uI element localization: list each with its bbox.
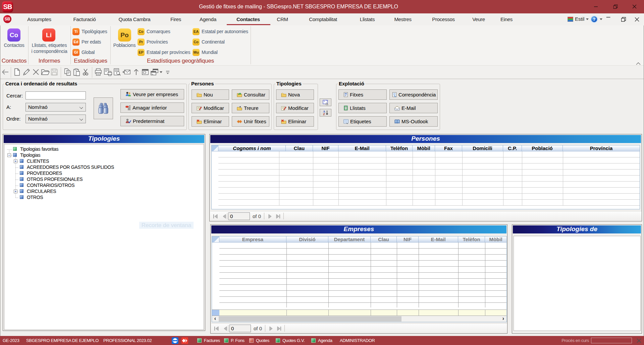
copy-button[interactable] [64,68,72,77]
menu-item-llistats[interactable]: Llistats [360,13,375,25]
persones-unir-button[interactable]: Unir fitxes [232,116,269,127]
empreses-col-empresa[interactable]: Empresa [219,236,286,243]
ribbon-button-poblacions[interactable]: Po [118,28,131,42]
open-button[interactable] [41,68,50,77]
tree-item-acreedores[interactable]: ACREEDORES POR GASTOS SUPLIDOS [20,164,114,170]
explotacio-outlook-button[interactable]: MS-Outlook [389,116,438,127]
tree-item-tipologias-favoritas[interactable]: Tipologias favoritas [13,146,58,152]
empreses-col-divisio[interactable]: Divisió [286,236,328,243]
empreses-hscrollbar[interactable]: ‹ › [212,316,506,322]
empreses-col-email[interactable]: E-Mail [419,236,458,243]
ribbon-collapse-button[interactable] [636,61,641,66]
menu-item-quota-cambra[interactable]: Quota Cambra [119,13,151,25]
empreses-col-mobil[interactable]: Mòbil [485,236,506,243]
cercar-input[interactable] [25,91,86,99]
empreses-row-selector-header[interactable] [212,236,219,243]
agenda-label[interactable]: Agenda [318,336,332,345]
back-button[interactable] [1,68,10,77]
persones-col-clau[interactable]: Clau [286,145,313,151]
tree-item-proveedores[interactable]: PROVEEDORES [20,170,62,177]
tree-item-tipologias[interactable]: Tipologias [13,152,40,158]
empreses-new-row[interactable] [212,309,506,316]
window-restore-button[interactable] [608,0,623,13]
factures-label[interactable]: Factures [204,336,220,345]
tipologies-eliminar-button[interactable]: Eliminar [276,116,314,127]
menu-item-eines[interactable]: Eines [500,13,513,25]
explotacio-llistats-button[interactable]: Llistats [338,103,387,113]
persones-col-cognoms[interactable]: Cognoms i nom [218,145,286,151]
quotes-gv-label[interactable]: Quotes G.V. [282,336,305,345]
tree-expander-collapse[interactable] [7,153,11,157]
cut-button[interactable] [82,68,90,77]
cascade-windows-button[interactable] [150,68,159,77]
tree-expander-expand[interactable] [14,159,17,163]
menu-item-fires[interactable]: Fires [170,13,181,25]
amagar-inferior-button[interactable]: Amagar inferior [120,102,184,113]
tree-item-clientes[interactable]: CLIENTES [20,158,49,164]
menu-item-facturacio[interactable]: Facturació [73,13,96,25]
a-combobox[interactable]: Nom/raó [25,103,86,112]
window-close-button[interactable] [627,0,642,13]
scroll-thumb[interactable] [219,316,401,322]
tree-item-otros-profesionales[interactable]: OTROS PROFESIONALES [20,177,83,183]
menu-item-crm[interactable]: CRM [277,13,288,25]
first-page-button[interactable] [213,214,218,219]
save-button[interactable] [50,68,59,77]
menu-item-comptabilitat[interactable]: Comptabilitat [309,13,337,25]
scroll-right-arrow[interactable]: › [500,316,506,322]
tipologies-nova-button[interactable]: Nova [276,89,314,100]
persones-col-email[interactable]: E-Mail [338,145,386,151]
next-page-button[interactable] [268,326,274,331]
persones-col-mobil[interactable]: Mòbil [413,145,435,151]
tree-item-circulares[interactable]: CIRCULARES [20,189,56,195]
explotacio-email-button[interactable]: E-Mail [389,103,438,113]
first-page-button[interactable] [214,326,219,331]
quotes-label[interactable]: Quotes [256,336,269,345]
pfons-label[interactable]: P. Fons [231,336,245,345]
veure-per-empreses-button[interactable]: Veure per empreses [120,89,184,99]
empreses-col-clau[interactable]: Clau [371,236,397,243]
ribbon-button-informes[interactable]: Li [42,28,56,42]
export-button[interactable] [132,68,141,77]
tipologies-modificar-button[interactable]: Modificar [276,103,314,113]
paste-button[interactable] [72,68,81,77]
empreses-col-telefon[interactable]: Telèfon [458,236,485,243]
teamviewer-icon[interactable] [172,337,178,344]
edit-record-button[interactable] [22,68,31,77]
cascade-caret-icon[interactable] [160,71,162,73]
app-menu-icon[interactable]: SB [3,15,11,23]
search-button[interactable] [94,97,113,119]
explotacio-etiquetes-button[interactable]: Etiquetes [338,116,387,127]
tree-expander-expand[interactable] [14,190,17,193]
predeterminat-button[interactable]: Predeterminat [120,116,184,126]
persones-grid[interactable]: Cognoms i nom Clau NIF E-Mail Telèfon Mò… [211,145,640,209]
child-minimize-button[interactable] [606,13,615,25]
process-cancel-icon[interactable] [637,338,641,343]
menu-item-agenda[interactable]: Agenda [200,13,216,25]
new-record-button[interactable] [13,68,22,77]
tipologies-tree[interactable]: Tipologias favoritas Tipologias CLIENTES… [4,144,204,330]
send-mail-button[interactable] [122,68,131,77]
menu-item-assumptes[interactable]: Assumptes [27,13,51,25]
persones-col-cp[interactable]: C.P. [503,145,522,151]
prev-page-button[interactable] [223,326,228,331]
ordre-combobox[interactable]: Nom/raó [25,115,86,123]
menu-item-veure[interactable]: Veure [472,13,485,25]
sort-az-button[interactable]: AZ [320,109,331,117]
delete-record-button[interactable] [32,68,41,77]
toolbar-options-button[interactable] [165,68,174,77]
persones-col-provincia[interactable]: Província [563,145,640,151]
explotacio-correspondencia-button[interactable]: Correspondència [389,89,438,100]
persones-row-selector-header[interactable] [212,145,218,151]
print-preview-button[interactable] [113,68,122,77]
last-page-button[interactable] [276,326,282,331]
persones-col-domicili[interactable]: Domicili [462,145,503,151]
persones-col-nif[interactable]: NIF [313,145,338,151]
ribbon-button-contactos[interactable]: Co [7,28,21,42]
window-view-button[interactable] [141,68,150,77]
tree-item-contrarios[interactable]: CONTRARIOS/OTROS [20,183,74,189]
child-restore-button[interactable] [619,13,628,25]
persones-consultar-button[interactable]: Consultar [232,89,269,100]
child-close-button[interactable] [632,13,642,25]
scroll-left-arrow[interactable]: ‹ [212,316,218,322]
